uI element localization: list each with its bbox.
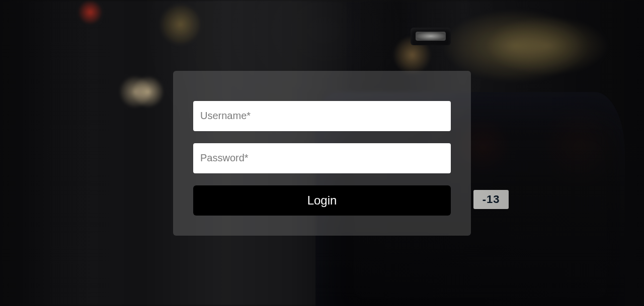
password-input[interactable] (193, 143, 451, 173)
login-button[interactable]: Login (193, 185, 451, 216)
overlay: Login (0, 0, 644, 306)
login-card: Login (173, 71, 471, 236)
username-input[interactable] (193, 101, 451, 131)
